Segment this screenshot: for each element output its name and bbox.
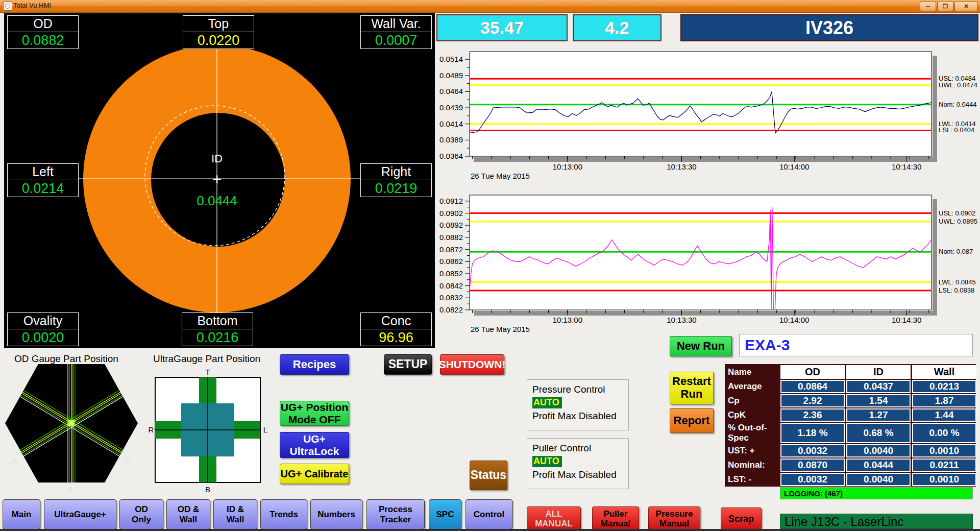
svg-text:0.0862: 0.0862 xyxy=(439,257,463,266)
measure-top-label: Top xyxy=(183,15,254,32)
stats-cell: 0.68 % xyxy=(846,423,911,443)
scrap-button[interactable]: Scrap xyxy=(721,508,762,530)
puller-manual-button[interactable]: Puller Manual xyxy=(592,506,639,531)
stats-cell: 0.0040 xyxy=(846,473,911,486)
stats-row-label: LST: - xyxy=(726,473,779,486)
svg-text:10:14:30: 10:14:30 xyxy=(892,162,921,171)
ug-position-mode-button[interactable]: UG+ Position Mode OFF xyxy=(280,401,349,426)
restore-icon[interactable]: ❐ xyxy=(937,1,953,11)
puller-control-mode-badge: AUTO xyxy=(532,456,562,467)
report-button[interactable]: Report xyxy=(670,408,714,433)
pressure-manual-button[interactable]: Pressure Manual xyxy=(648,506,700,531)
aux-readout: 4.2 xyxy=(573,14,662,41)
measure-bottom-label: Bottom xyxy=(182,312,253,329)
od-gauge-axis-label: B xyxy=(68,485,73,494)
all-manual-button[interactable]: ALL MANUAL xyxy=(527,506,581,531)
id-label: ID xyxy=(211,152,223,165)
svg-text:10:14:00: 10:14:00 xyxy=(779,162,809,171)
stats-row-label: CpK xyxy=(726,408,779,422)
ultragauge-top-label: T xyxy=(205,368,210,376)
restart-run-button[interactable]: Restart Run xyxy=(670,372,714,404)
stats-cell: 1.54 xyxy=(846,394,911,407)
stats-row-label: Cp xyxy=(726,394,779,407)
svg-text:10:13:30: 10:13:30 xyxy=(667,316,696,324)
spc-stats-table: NameODIDWallAverage0.08640.04370.0213Cp2… xyxy=(725,364,976,487)
nav-tab-od-only[interactable]: OD Only xyxy=(119,499,163,529)
nav-tab-id-wall[interactable]: ID & Wall xyxy=(213,499,257,529)
product-readout: IV326 xyxy=(680,14,978,41)
logging-status-bar: LOGGING: (467) xyxy=(780,487,973,499)
svg-text:USL: 0.0902: USL: 0.0902 xyxy=(939,209,975,217)
shutdown-button[interactable]: SHUTDOWN! xyxy=(440,354,504,375)
svg-text:UWL: 0.0895: UWL: 0.0895 xyxy=(939,218,977,225)
od-gauge-axis-label: C xyxy=(124,456,130,465)
stats-row-label: Average xyxy=(726,380,779,393)
pressure-control-title: Pressure Control xyxy=(532,384,628,395)
od-gauge-position-display: ABC xyxy=(4,364,141,494)
measure-wall-var-label: Wall Var. xyxy=(360,15,432,32)
line-name-bar: Line J13C - LaserLinc xyxy=(780,514,973,529)
nav-tab-numbers[interactable]: Numbers xyxy=(310,499,362,529)
measure-od: OD0.0882 xyxy=(7,15,79,49)
stats-col-header: Wall xyxy=(912,365,976,379)
nav-tab-ultragauge[interactable]: UltraGauge+ xyxy=(44,499,116,529)
line-speed-readout: 35.47 xyxy=(436,14,568,41)
stats-cell: 0.0010 xyxy=(912,444,976,457)
od-gauge-position-title: OD Gauge Part Position xyxy=(14,353,118,365)
id-value: 0.0444 xyxy=(197,193,237,208)
nav-tab-control[interactable]: Control xyxy=(465,499,512,529)
stats-cell: 1.27 xyxy=(846,408,911,422)
svg-text:LWL: 0.0845: LWL: 0.0845 xyxy=(939,278,976,286)
stats-col-header: OD xyxy=(780,365,845,379)
measure-od-label: OD xyxy=(7,15,79,32)
stats-row-label: Nominal: xyxy=(726,458,779,472)
svg-text:26 Tue May 2015: 26 Tue May 2015 xyxy=(471,325,530,333)
stats-cell: 0.0864 xyxy=(780,380,845,393)
ug-ultralock-button[interactable]: UG+ UltraLock xyxy=(280,432,349,458)
ultragauge-position-display: TBRL xyxy=(147,367,270,495)
recipes-button[interactable]: Recipes xyxy=(280,354,349,375)
app-icon xyxy=(3,2,12,11)
svg-text:10:14:30: 10:14:30 xyxy=(892,316,921,324)
measure-right: Right0.0219 xyxy=(360,163,432,197)
ug-calibrate-button[interactable]: UG+ Calibrate xyxy=(280,464,349,484)
nav-tab-od-wall[interactable]: OD & Wall xyxy=(166,499,210,529)
svg-text:UWL: 0.0474: UWL: 0.0474 xyxy=(939,81,977,89)
nav-tab-trends[interactable]: Trends xyxy=(260,499,307,529)
svg-text:0.0439: 0.0439 xyxy=(439,103,463,112)
measure-conc-label: Conc xyxy=(360,312,432,329)
minimize-icon[interactable]: ─ xyxy=(920,1,936,11)
close-icon[interactable]: ✕ xyxy=(954,1,978,11)
measure-right-value: 0.0219 xyxy=(360,180,432,197)
stats-row-label: % Out-of-Spec xyxy=(726,423,779,443)
pressure-control-panel: Pressure Control AUTO Profit Max Disable… xyxy=(527,379,629,430)
run-name-input[interactable] xyxy=(739,334,973,356)
measure-ovality-label: Ovality xyxy=(7,312,79,329)
ultragauge-position-title: UltraGauge Part Position xyxy=(153,353,260,365)
nav-tab-process-tracker[interactable]: Process Tracker xyxy=(366,499,425,529)
measure-left-value: 0.0214 xyxy=(7,180,79,197)
measure-conc: Conc96.96 xyxy=(360,312,432,346)
measure-wall-var: Wall Var.0.0007 xyxy=(360,15,432,49)
window-title: Total Vu HMI xyxy=(13,2,51,9)
svg-text:LSL: 0.0838: LSL: 0.0838 xyxy=(939,286,974,294)
stats-cell: 1.18 % xyxy=(780,423,845,443)
measure-bottom: Bottom0.0216 xyxy=(182,312,253,346)
setup-button[interactable]: SETUP xyxy=(384,354,432,375)
stats-cell: 0.0040 xyxy=(846,444,911,457)
new-run-button[interactable]: New Run xyxy=(670,336,732,356)
svg-text:0.0842: 0.0842 xyxy=(439,281,463,290)
svg-text:0.0832: 0.0832 xyxy=(439,293,463,302)
svg-text:0.0872: 0.0872 xyxy=(439,245,463,254)
stats-cell: 0.0213 xyxy=(912,380,976,393)
svg-text:Nom: 0.0444: Nom: 0.0444 xyxy=(939,101,976,108)
status-button[interactable]: Status xyxy=(470,461,507,490)
svg-text:0.0414: 0.0414 xyxy=(439,119,463,128)
stats-cell: 0.0211 xyxy=(912,458,976,472)
nav-tab-main[interactable]: Main xyxy=(3,499,40,529)
nav-tab-spc[interactable]: SPC xyxy=(429,499,461,529)
measure-right-label: Right xyxy=(360,163,432,180)
titlebar: Total Vu HMI ─ ❐ ✕ xyxy=(0,0,980,13)
stats-cell: 0.00 % xyxy=(912,423,976,443)
svg-text:10:13:30: 10:13:30 xyxy=(667,162,696,171)
